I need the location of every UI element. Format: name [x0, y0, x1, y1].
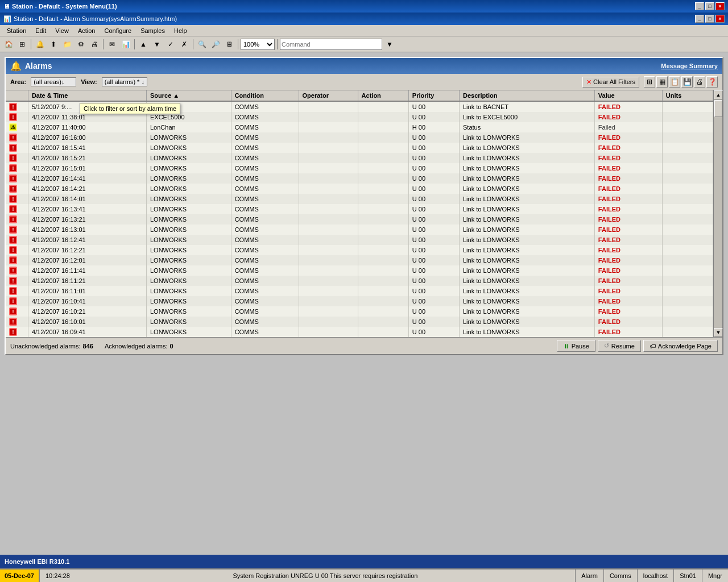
- grid-view-btn[interactable]: ⊞: [644, 76, 655, 88]
- table-row[interactable]: ! 4/12/2007 16:16:00 LONWORKS COMMS U 00…: [6, 132, 713, 143]
- print-btn[interactable]: 🖨: [694, 76, 705, 88]
- cell-description: Link to LONWORKS: [459, 235, 594, 245]
- tb-check[interactable]: ✓: [164, 38, 177, 51]
- tb-up-icon[interactable]: ⬆: [47, 38, 60, 51]
- maximize-btn-1[interactable]: □: [705, 2, 714, 10]
- menu-view[interactable]: View: [51, 27, 73, 35]
- cell-condition: COMMS: [231, 132, 299, 143]
- minimize-btn-2[interactable]: _: [695, 15, 704, 23]
- export-btn[interactable]: 📋: [669, 76, 680, 88]
- col-value[interactable]: Value: [594, 90, 662, 101]
- menu-action[interactable]: Action: [73, 27, 100, 35]
- table-row[interactable]: ! 4/12/2007 16:12:41 LONWORKS COMMS U 00…: [6, 235, 713, 245]
- col-source[interactable]: Source ▲: [147, 90, 231, 101]
- tb-folder-icon[interactable]: 📁: [61, 38, 73, 51]
- table-row[interactable]: ! 4/12/2007 16:10:21 LONWORKS COMMS U 00…: [6, 306, 713, 317]
- tb-zoom-search[interactable]: 🔎: [209, 38, 222, 51]
- acknowledge-page-btn[interactable]: 🏷 Acknowledge Page: [643, 340, 718, 352]
- menu-edit[interactable]: Edit: [31, 27, 51, 35]
- tb-chart-icon[interactable]: 📊: [119, 38, 132, 51]
- tb-grid-icon[interactable]: ⊞: [16, 38, 28, 51]
- table-row[interactable]: ! 4/12/2007 16:14:21 LONWORKS COMMS U 00…: [6, 184, 713, 194]
- tb-print-icon[interactable]: 🖨: [88, 38, 101, 51]
- cell-icon: !: [6, 143, 28, 153]
- menu-samples[interactable]: Samples: [136, 27, 169, 35]
- table-row[interactable]: ! 4/12/2007 16:10:41 LONWORKS COMMS U 00…: [6, 296, 713, 306]
- resume-btn[interactable]: ↺ Resume: [598, 340, 641, 352]
- tb-zoom-in[interactable]: 🔍: [196, 38, 208, 51]
- close-btn-1[interactable]: ×: [715, 2, 725, 10]
- menu-configure[interactable]: Configure: [100, 27, 136, 35]
- table-row[interactable]: ! 4/12/2007 16:11:41 LONWORKS COMMS U 00…: [6, 265, 713, 276]
- table-row[interactable]: ! 4/12/2007 16:12:01 LONWORKS COMMS U 00…: [6, 255, 713, 265]
- cell-description: Link to LONWORKS: [459, 163, 594, 173]
- cell-value: FAILED: [594, 214, 662, 225]
- cell-condition: COMMS: [231, 153, 299, 163]
- col-condition[interactable]: Condition: [231, 90, 299, 101]
- table-row[interactable]: ! 4/12/2007 16:15:21 LONWORKS COMMS U 00…: [6, 153, 713, 163]
- tb-x[interactable]: ✗: [178, 38, 191, 51]
- columns-btn[interactable]: ▦: [656, 76, 668, 88]
- cell-units: [662, 153, 713, 163]
- cell-source: LONWORKS: [147, 132, 231, 143]
- cell-value: FAILED: [594, 296, 662, 306]
- tb-up-arrow[interactable]: ▲: [137, 38, 150, 51]
- tb-mail-icon[interactable]: ✉: [106, 38, 118, 51]
- scroll-up-btn[interactable]: ▲: [714, 90, 723, 99]
- menu-help[interactable]: Help: [169, 27, 192, 35]
- table-row[interactable]: ! 4/12/2007 16:13:41 LONWORKS COMMS U 00…: [6, 204, 713, 214]
- message-summary-link[interactable]: Message Summary: [661, 63, 718, 69]
- close-btn-2[interactable]: ×: [715, 15, 725, 23]
- col-operator[interactable]: Operator: [299, 90, 358, 101]
- tb-monitor[interactable]: 🖥: [223, 38, 235, 51]
- col-icon[interactable]: [6, 90, 28, 101]
- cell-units: [662, 327, 713, 337]
- table-row[interactable]: ! 4/12/2007 16:15:01 LONWORKS COMMS U 00…: [6, 163, 713, 173]
- scroll-down-btn[interactable]: ▼: [714, 328, 723, 337]
- col-datetime[interactable]: Date & Time: [28, 90, 146, 101]
- cell-datetime: 4/12/2007 16:13:41: [28, 204, 146, 214]
- table-row[interactable]: ! 4/12/2007 16:14:41 LONWORKS COMMS U 00…: [6, 173, 713, 184]
- tb-alarm-icon[interactable]: 🔔: [34, 38, 46, 51]
- acknowledge-icon: 🏷: [650, 343, 656, 350]
- maximize-btn-2[interactable]: □: [705, 15, 714, 23]
- col-priority[interactable]: Priority: [408, 90, 459, 101]
- scroll-thumb[interactable]: [714, 100, 722, 117]
- table-row[interactable]: ! 4/12/2007 16:12:21 LONWORKS COMMS U 00…: [6, 245, 713, 255]
- cell-description: Link to LONWORKS: [459, 306, 594, 317]
- table-row[interactable]: ! 4/12/2007 16:13:21 LONWORKS COMMS U 00…: [6, 214, 713, 225]
- table-row[interactable]: ! 4/12/2007 16:11:01 LONWORKS COMMS U 00…: [6, 286, 713, 296]
- table-row[interactable]: ! 4/12/2007 16:14:01 LONWORKS COMMS U 00…: [6, 194, 713, 204]
- tb-down-arrow[interactable]: ▼: [151, 38, 163, 51]
- col-action[interactable]: Action: [358, 90, 408, 101]
- area-filter[interactable]: (all areas)↓: [31, 77, 76, 86]
- cell-icon: !: [6, 112, 28, 122]
- table-row[interactable]: ! 4/12/2007 16:10:01 LONWORKS COMMS U 00…: [6, 317, 713, 327]
- minimize-btn-1[interactable]: _: [695, 2, 704, 10]
- command-dropdown[interactable]: ▼: [383, 38, 396, 51]
- help-icon-btn[interactable]: ❓: [706, 76, 718, 88]
- menu-station[interactable]: Station: [2, 27, 31, 35]
- cell-action: [358, 327, 408, 337]
- tb-station-icon[interactable]: 🏠: [2, 38, 15, 51]
- save-btn[interactable]: 💾: [681, 76, 693, 88]
- zoom-select[interactable]: 100% 75% 150%: [241, 39, 275, 50]
- table-row[interactable]: ! 4/12/2007 16:13:01 LONWORKS COMMS U 00…: [6, 225, 713, 235]
- command-input[interactable]: [280, 39, 382, 50]
- table-row[interactable]: ! 4/12/2007 16:11:21 LONWORKS COMMS U 00…: [6, 276, 713, 286]
- col-units[interactable]: Units: [662, 90, 713, 101]
- tb-settings-icon[interactable]: ⚙: [75, 38, 87, 51]
- cell-source: LONWORKS: [147, 306, 231, 317]
- table-row[interactable]: ⚠ 4/12/2007 11:40:00 LonChan COMMS H 00 …: [6, 122, 713, 132]
- alarm-icon-red: !: [9, 195, 17, 203]
- table-row[interactable]: ! 4/12/2007 16:09:41 LONWORKS COMMS U 00…: [6, 327, 713, 337]
- col-description[interactable]: Description: [459, 90, 594, 101]
- table-row[interactable]: ! 4/12/2007 16:15:41 LONWORKS COMMS U 00…: [6, 143, 713, 153]
- scroll-track[interactable]: [714, 99, 722, 328]
- alarm-table-scroll[interactable]: Date & Time Source ▲ Condition Operator …: [6, 90, 713, 337]
- alarm-icon-red: !: [9, 246, 17, 254]
- scrollbar[interactable]: ▲ ▼: [713, 90, 722, 337]
- clear-all-filters-btn[interactable]: ✕ Clear All Filters: [582, 77, 639, 88]
- pause-btn[interactable]: ⏸ Pause: [557, 340, 595, 352]
- view-filter[interactable]: (all alarms) * ↓: [102, 77, 147, 86]
